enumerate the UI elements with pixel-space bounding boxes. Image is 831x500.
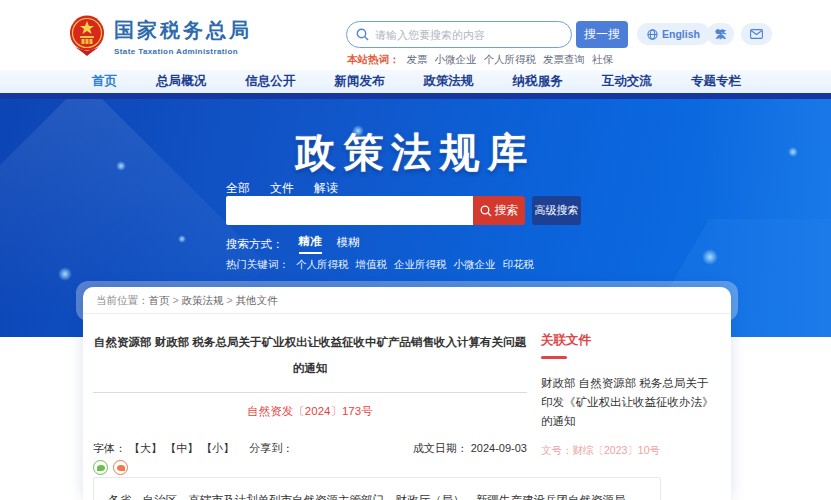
- nav-item-home[interactable]: 首页: [92, 73, 117, 90]
- logo-text: 国家税务总局 State Taxation Administration: [114, 17, 252, 56]
- nav-item-news[interactable]: 新闻发布: [334, 73, 384, 90]
- nav-item-special-columns[interactable]: 专题专栏: [691, 73, 741, 90]
- article-title: 自然资源部 财政部 税务总局关于矿业权出让收益征收中矿产品销售收入计算有关问题的…: [93, 329, 527, 393]
- nav-item-policy[interactable]: 政策法规: [424, 73, 474, 90]
- banner-search-bar: 搜索 高级搜索: [226, 196, 581, 225]
- mode-fuzzy[interactable]: 模糊: [337, 235, 360, 253]
- breadcrumb-other-files[interactable]: 其他文件: [235, 294, 277, 306]
- related-documents-title: 关联文件: [541, 332, 717, 349]
- site-title: 国家税务总局: [114, 17, 252, 44]
- related-documents-panel: 关联文件 财政部 自然资源部 税务总局关于印发《矿业权出让收益征收办法》的通知 …: [541, 314, 717, 475]
- site-header: 国家税务总局 State Taxation Administration 搜一搜…: [0, 0, 831, 70]
- font-size-label: 字体：: [93, 442, 126, 454]
- site-hot-words: 本站热词： 发票 小微企业 个人所得税 发票查询 社保: [347, 53, 613, 67]
- font-share-group: 字体： 【大】 【中】 【小】 分享到：: [93, 441, 293, 456]
- header-search-input[interactable]: [375, 29, 571, 41]
- breadcrumb: 当前位置：首页政策法规其他文件: [83, 287, 731, 314]
- keyword-link[interactable]: 小微企业: [454, 258, 496, 272]
- keyword-link[interactable]: 企业所得税: [394, 258, 447, 272]
- publish-date-value: 2024-09-03: [471, 442, 527, 454]
- english-label: English: [662, 28, 700, 40]
- breadcrumb-label: 当前位置：: [96, 294, 149, 306]
- mode-precise[interactable]: 精准: [299, 234, 322, 254]
- banner-glow-dot: [178, 235, 186, 243]
- keyword-link[interactable]: 印花税: [503, 258, 535, 272]
- related-document-link[interactable]: 财政部 自然资源部 税务总局关于印发《矿业权出让收益征收办法》的通知: [541, 374, 717, 431]
- banner-search-label: 搜索: [495, 202, 519, 219]
- keyword-link[interactable]: 增值税: [356, 258, 388, 272]
- hot-word-link[interactable]: 个人所得税: [484, 53, 537, 67]
- mail-button[interactable]: [741, 23, 772, 45]
- related-doc-number-label: 文号：: [541, 444, 573, 456]
- hot-word-link[interactable]: 发票查询: [543, 53, 585, 67]
- hot-keywords-row: 热门关键词： 个人所得税 增值税 企业所得税 小微企业 印花税: [226, 258, 534, 272]
- breadcrumb-home[interactable]: 首页: [149, 294, 182, 306]
- content-card: 当前位置：首页政策法规其他文件 自然资源部 财政部 税务总局关于矿业权出让收益征…: [83, 287, 731, 500]
- banner-search-button[interactable]: 搜索: [473, 196, 525, 225]
- weibo-share-icon[interactable]: [113, 460, 128, 475]
- keyword-link[interactable]: 个人所得税: [296, 258, 349, 272]
- article-doc-number: 自然资发〔2024〕173号: [93, 404, 527, 419]
- share-icons-row: [93, 460, 527, 475]
- header-search-box: [346, 21, 572, 48]
- card-main: 自然资源部 财政部 税务总局关于矿业权出让收益征收中矿产品销售收入计算有关问题的…: [83, 314, 731, 475]
- publish-date-group: 成文日期： 2024-09-03: [413, 441, 527, 456]
- nav-item-overview[interactable]: 总局概况: [156, 73, 206, 90]
- site-subtitle: State Taxation Administration: [114, 47, 252, 56]
- nav-item-tax-service[interactable]: 纳税服务: [513, 73, 563, 90]
- related-doc-number: 文号：财综〔2023〕10号: [541, 444, 717, 458]
- related-doc-number-value: 财综〔2023〕10号: [573, 444, 661, 456]
- search-mode-label: 搜索方式：: [226, 237, 284, 252]
- font-size-small-button[interactable]: 【小】: [201, 442, 234, 454]
- hot-word-link[interactable]: 发票: [407, 53, 428, 67]
- globe-icon: [647, 29, 658, 40]
- related-title-underline: [541, 356, 567, 359]
- banner-glow-dot: [702, 249, 718, 265]
- english-button[interactable]: English: [637, 23, 710, 45]
- breadcrumb-policy[interactable]: 政策法规: [181, 294, 235, 306]
- hot-keywords-label: 热门关键词：: [226, 258, 289, 272]
- share-label: 分享到：: [249, 442, 293, 454]
- national-emblem-logo: [68, 14, 106, 56]
- nav-divider-bar: [0, 93, 831, 99]
- nav-item-info-disclosure[interactable]: 信息公开: [245, 73, 295, 90]
- header-search-button[interactable]: 搜一搜: [576, 21, 628, 48]
- font-size-medium-button[interactable]: 【中】: [165, 442, 198, 454]
- article-column: 自然资源部 财政部 税务总局关于矿业权出让收益征收中矿产品销售收入计算有关问题的…: [93, 314, 527, 475]
- nav-item-interaction[interactable]: 互动交流: [602, 73, 652, 90]
- search-mode-row: 搜索方式： 精准 模糊: [226, 234, 360, 254]
- font-size-large-button[interactable]: 【大】: [129, 442, 162, 454]
- traditional-chinese-button[interactable]: 繁: [707, 23, 734, 45]
- article-meta-row: 字体： 【大】 【中】 【小】 分享到： 成文日期： 2024-09-03: [93, 441, 527, 456]
- hot-words-label: 本站热词：: [347, 53, 400, 67]
- banner-search-input[interactable]: [226, 196, 473, 225]
- main-nav: 首页 总局概况 信息公开 新闻发布 政策法规 纳税服务 互动交流 专题专栏: [0, 70, 831, 93]
- banner-page-title: 政策法规库: [0, 125, 831, 180]
- publish-date-label: 成文日期：: [413, 442, 468, 454]
- advanced-search-button[interactable]: 高级搜索: [532, 196, 581, 225]
- hot-word-link[interactable]: 小微企业: [435, 53, 477, 67]
- search-icon: [480, 205, 492, 217]
- search-icon: [356, 28, 369, 41]
- hot-word-link[interactable]: 社保: [592, 53, 613, 67]
- page: 国家税务总局 State Taxation Administration 搜一搜…: [0, 0, 831, 500]
- article-body: 各省、自治区、直辖市及计划单列市自然资源主管部门、财政厅（局），新疆生产建设兵团…: [93, 477, 661, 500]
- banner-glow-dot: [58, 267, 72, 281]
- envelope-icon: [750, 29, 763, 39]
- wechat-share-icon[interactable]: [93, 460, 108, 475]
